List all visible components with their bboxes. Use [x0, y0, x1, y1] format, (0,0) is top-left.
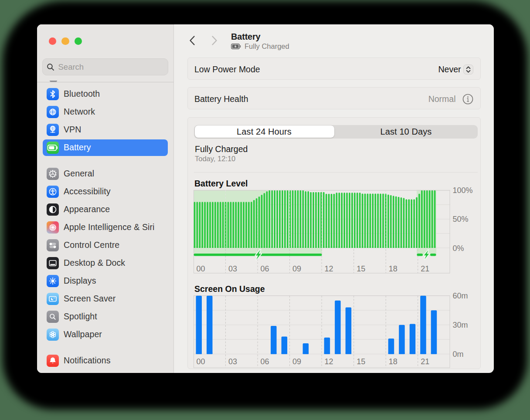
svg-text:00: 00 — [197, 357, 205, 366]
svg-text:03: 03 — [228, 357, 237, 366]
svg-text:06: 06 — [261, 264, 269, 273]
svg-text:12: 12 — [325, 264, 333, 273]
svg-text:100%: 100% — [453, 186, 473, 195]
svg-text:03: 03 — [228, 264, 237, 273]
svg-text:15: 15 — [357, 357, 365, 366]
svg-text:60m: 60m — [453, 291, 468, 300]
svg-text:50%: 50% — [453, 215, 469, 224]
svg-text:21: 21 — [421, 357, 429, 366]
svg-text:12: 12 — [325, 357, 333, 366]
svg-text:09: 09 — [292, 264, 301, 273]
svg-text:21: 21 — [421, 264, 429, 273]
svg-text:15: 15 — [357, 264, 365, 273]
svg-text:00: 00 — [197, 264, 205, 273]
svg-text:18: 18 — [389, 264, 398, 273]
svg-text:0%: 0% — [453, 244, 464, 253]
svg-text:18: 18 — [389, 357, 398, 366]
svg-text:06: 06 — [261, 357, 269, 366]
svg-text:0m: 0m — [453, 350, 464, 359]
svg-text:30m: 30m — [453, 321, 468, 329]
svg-text:09: 09 — [292, 357, 301, 366]
